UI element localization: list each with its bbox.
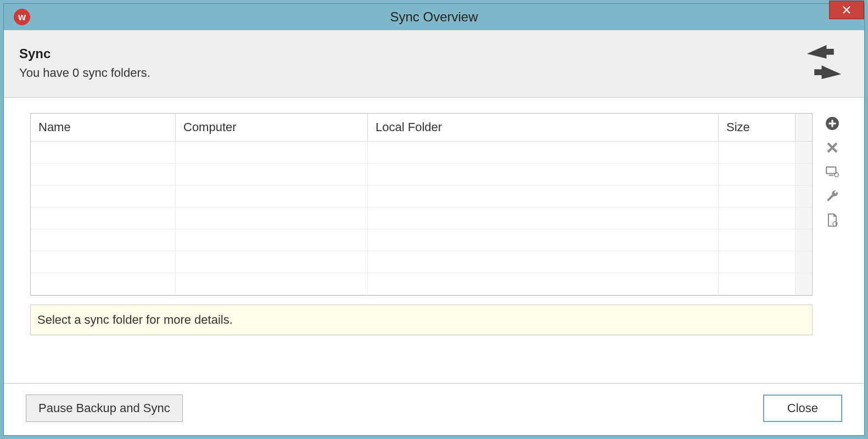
header-title: Sync bbox=[19, 46, 150, 61]
side-toolbar bbox=[822, 113, 842, 372]
remove-button[interactable] bbox=[824, 139, 841, 156]
computer-icon bbox=[825, 165, 839, 179]
document-icon bbox=[826, 213, 839, 227]
settings-button[interactable] bbox=[824, 188, 841, 204]
titlebar: w Sync Overview bbox=[4, 4, 864, 30]
header-subtitle: You have 0 sync folders. bbox=[19, 66, 150, 80]
table-area: Name Computer Local Folder Size Select a… bbox=[30, 113, 813, 372]
table-body bbox=[31, 142, 812, 295]
app-icon: w bbox=[14, 9, 30, 25]
window-close-button[interactable] bbox=[829, 1, 864, 19]
column-header-local-folder[interactable]: Local Folder bbox=[368, 114, 719, 141]
table-header: Name Computer Local Folder Size bbox=[31, 114, 812, 142]
sync-folders-table[interactable]: Name Computer Local Folder Size bbox=[30, 113, 813, 296]
footer: Pause Backup and Sync Close bbox=[4, 383, 864, 435]
document-button[interactable] bbox=[824, 212, 841, 228]
computer-settings-button[interactable] bbox=[824, 164, 841, 180]
column-header-computer[interactable]: Computer bbox=[176, 114, 368, 141]
table-row[interactable] bbox=[31, 251, 812, 273]
table-row[interactable] bbox=[31, 273, 812, 295]
window-title: Sync Overview bbox=[390, 9, 478, 25]
pause-backup-button[interactable]: Pause Backup and Sync bbox=[26, 395, 183, 422]
close-button[interactable]: Close bbox=[763, 395, 842, 422]
sync-arrows-icon bbox=[799, 40, 849, 86]
header-area: Sync You have 0 sync folders. bbox=[4, 30, 864, 98]
svg-point-3 bbox=[835, 173, 839, 177]
x-icon bbox=[826, 141, 839, 154]
column-header-name[interactable]: Name bbox=[31, 114, 176, 141]
column-scroll-spacer bbox=[796, 114, 812, 141]
header-text: Sync You have 0 sync folders. bbox=[19, 46, 150, 80]
info-bar: Select a sync folder for more details. bbox=[30, 305, 813, 335]
close-icon bbox=[842, 5, 851, 14]
content-area: Name Computer Local Folder Size Select a… bbox=[4, 98, 864, 383]
table-row[interactable] bbox=[31, 207, 812, 229]
sync-overview-window: w Sync Overview Sync You have 0 sync fol… bbox=[3, 3, 865, 436]
wrench-icon bbox=[825, 189, 839, 203]
table-row[interactable] bbox=[31, 229, 812, 251]
add-button[interactable] bbox=[824, 115, 841, 132]
svg-rect-2 bbox=[829, 175, 834, 176]
column-header-size[interactable]: Size bbox=[719, 114, 796, 141]
table-row[interactable] bbox=[31, 164, 812, 185]
table-row[interactable] bbox=[31, 142, 812, 164]
plus-circle-icon bbox=[825, 116, 839, 131]
svg-rect-1 bbox=[826, 167, 836, 173]
table-row[interactable] bbox=[31, 185, 812, 207]
